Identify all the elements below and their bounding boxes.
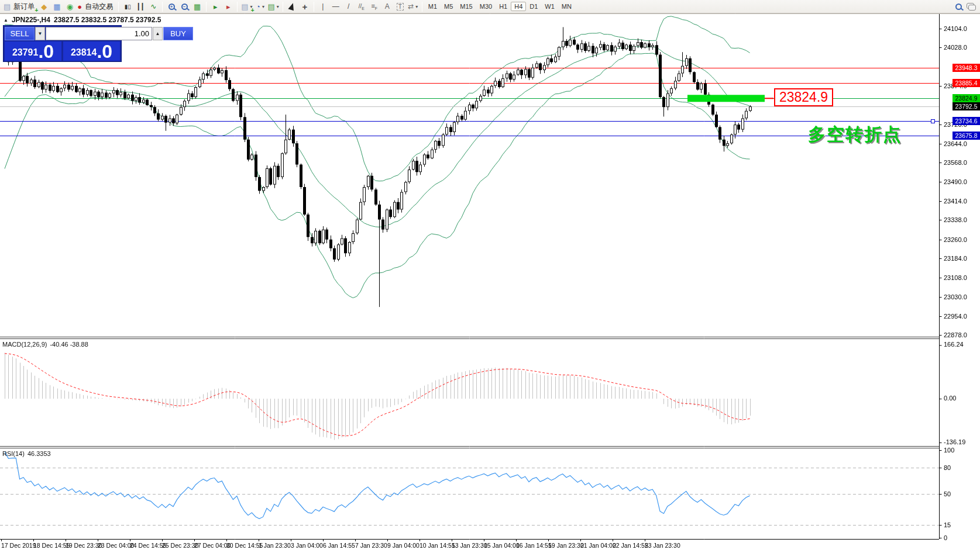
shapes-dropdown[interactable]: ⇄▾ bbox=[407, 1, 419, 12]
price-badge: 23792.5 bbox=[953, 102, 980, 110]
separator bbox=[283, 2, 283, 12]
chart-line-icon[interactable]: ∿ bbox=[147, 1, 160, 12]
fibonacci-tool[interactable]: ≡F bbox=[368, 1, 381, 12]
crosshair-tool[interactable]: + bbox=[298, 1, 311, 12]
volume-decrease-button[interactable]: ▼ bbox=[35, 27, 45, 40]
separator bbox=[118, 2, 119, 12]
zoom-out-icon[interactable]: − bbox=[178, 1, 191, 12]
tab-m5[interactable]: M5 bbox=[441, 2, 456, 11]
symbol-period: JPN225-,H4 bbox=[12, 16, 50, 24]
macd-name: MACD(12,26,9) bbox=[2, 341, 47, 348]
tab-m15[interactable]: M15 bbox=[456, 2, 476, 11]
chat-icon[interactable] bbox=[965, 1, 978, 12]
price-level-label[interactable]: 23824.9 bbox=[774, 88, 833, 106]
sell-price-pips: .0 bbox=[38, 43, 54, 60]
search-icon[interactable] bbox=[952, 1, 965, 12]
buy-button[interactable]: BUY bbox=[163, 27, 193, 40]
tab-m1[interactable]: M1 bbox=[425, 2, 441, 11]
price-badge: 23734.6 bbox=[953, 117, 980, 125]
tile-windows-icon[interactable]: ▦ bbox=[191, 1, 204, 12]
toolbar: ▤+ 新订单 ◆ ▦ ◉ ● 自动交易 ▮▯ ┃┃ ∿ + − ▦ ▸ ▸ ▤+… bbox=[0, 0, 980, 13]
chart-candles-icon[interactable]: ▮▯ bbox=[121, 1, 134, 12]
new-order-icon: ▤+ bbox=[4, 3, 11, 11]
price-badge: 23824.9 bbox=[953, 94, 980, 102]
tab-h4[interactable]: H4 bbox=[511, 2, 526, 11]
one-click-trade-panel: SELL ▼ ▲ BUY 23791 .0 23814 .0 bbox=[3, 25, 122, 62]
price-badge: 23885.4 bbox=[953, 79, 980, 87]
sell-price-main: 23791 bbox=[12, 45, 39, 60]
autotrade-icon: ● bbox=[77, 3, 82, 11]
macd-pane-label: MACD(12,26,9) -40.46 -38.88 bbox=[2, 341, 88, 348]
chart-shift-green-icon[interactable]: ▸ bbox=[209, 1, 222, 12]
chart-title: ▲ JPN225-,H4 23827.5 23832.5 23787.5 237… bbox=[4, 16, 161, 24]
buy-price[interactable]: 23814 .0 bbox=[63, 42, 120, 61]
buy-price-main: 23814 bbox=[71, 45, 97, 60]
collapse-icon[interactable]: ▲ bbox=[4, 18, 8, 23]
cursor-tool[interactable] bbox=[286, 1, 298, 12]
autotrade-label: 自动交易 bbox=[83, 2, 115, 12]
ohlc-values: 23827.5 23832.5 23787.5 23792.5 bbox=[54, 16, 161, 24]
buy-price-pips: .0 bbox=[97, 43, 112, 60]
chart-bars-icon[interactable]: ┃┃ bbox=[134, 1, 147, 12]
macd-values: -40.46 -38.88 bbox=[50, 341, 88, 348]
new-order-button[interactable]: ▤+ 新订单 bbox=[2, 1, 37, 12]
price-badge: 23948.3 bbox=[953, 64, 980, 72]
price-badge: 23675.8 bbox=[953, 132, 980, 140]
rsi-name: RSI(14) bbox=[2, 450, 25, 457]
chart-shift-red-icon[interactable]: ▸ bbox=[222, 1, 235, 12]
tab-d1[interactable]: D1 bbox=[526, 2, 541, 11]
tab-w1[interactable]: W1 bbox=[541, 2, 558, 11]
tab-m30[interactable]: M30 bbox=[476, 2, 496, 11]
separator bbox=[206, 2, 207, 12]
separator bbox=[314, 2, 314, 12]
chart-canvas[interactable] bbox=[0, 0, 980, 553]
volume-input[interactable] bbox=[46, 27, 152, 40]
text-tool[interactable]: A bbox=[381, 1, 394, 12]
signal-icon[interactable]: ◉ bbox=[63, 1, 76, 12]
periods-clock-dropdown[interactable]: ◔▾ bbox=[253, 1, 266, 12]
autotrade-button[interactable]: ● 自动交易 bbox=[76, 1, 116, 12]
text-label-tool[interactable]: T bbox=[394, 1, 407, 12]
separator bbox=[162, 2, 163, 12]
indicators-dropdown[interactable]: ▤▾ bbox=[266, 1, 280, 12]
separator bbox=[422, 2, 422, 12]
separator bbox=[237, 2, 238, 12]
turning-point-annotation[interactable]: 多空转折点 bbox=[808, 123, 902, 147]
chart-profile-icon[interactable]: ▦ bbox=[50, 1, 63, 12]
volume-increase-button[interactable]: ▲ bbox=[153, 27, 163, 40]
tab-mn[interactable]: MN bbox=[558, 2, 575, 11]
new-order-label: 新订单 bbox=[12, 2, 36, 12]
zoom-in-icon[interactable]: + bbox=[165, 1, 178, 12]
trendline-tool[interactable]: / bbox=[342, 1, 355, 12]
horizontal-line-tool[interactable]: — bbox=[329, 1, 342, 12]
sell-price[interactable]: 23791 .0 bbox=[5, 42, 61, 61]
new-chart-dropdown[interactable]: ▤+▾ bbox=[240, 1, 253, 12]
vertical-line-tool[interactable]: | bbox=[317, 1, 329, 12]
gold-icon[interactable]: ◆ bbox=[37, 1, 50, 12]
rsi-pane-label: RSI(14) 46.3353 bbox=[2, 450, 51, 457]
rsi-value: 46.3353 bbox=[27, 450, 51, 457]
channel-tool[interactable]: //E bbox=[355, 1, 368, 12]
tab-h1[interactable]: H1 bbox=[496, 2, 511, 11]
sell-button[interactable]: SELL bbox=[5, 27, 35, 40]
